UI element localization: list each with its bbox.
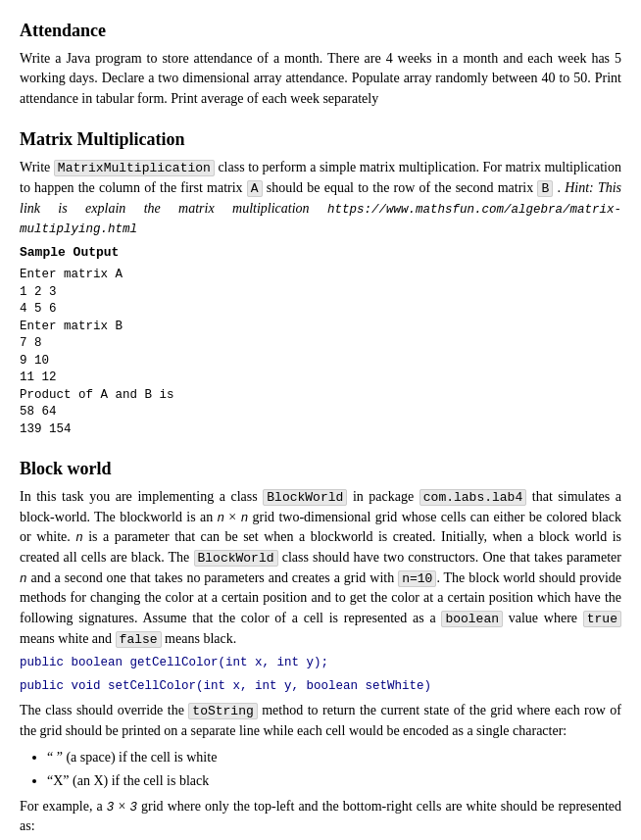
bw-para1-pre: In this task you are implementing a clas… bbox=[20, 489, 263, 504]
matrix-section: Matrix Multiplication Write MatrixMultip… bbox=[20, 126, 621, 438]
bw-three1: 3 bbox=[107, 801, 115, 815]
matrix-A: A bbox=[247, 180, 263, 197]
matrix-line1-end: . bbox=[553, 180, 565, 195]
bw-para1-post9: means black. bbox=[162, 631, 237, 646]
bw-times: × bbox=[118, 799, 125, 814]
bw-para1-mid: in package bbox=[347, 489, 419, 504]
bw-bullets: “ ” (a space) if the cell is white “X” (… bbox=[47, 748, 621, 792]
bw-package: com.labs.lab4 bbox=[419, 489, 526, 506]
bw-tostring-para: The class should override the toString m… bbox=[20, 701, 621, 741]
bw-method2: public void setCellColor(int x, int y, b… bbox=[20, 678, 621, 696]
matrix-B: B bbox=[537, 180, 553, 197]
matrix-description: Write MatrixMultiplication class to perf… bbox=[20, 158, 621, 238]
blockworld-section: Block world In this task you are impleme… bbox=[20, 456, 621, 840]
bw-tostring-kw: toString bbox=[188, 703, 257, 719]
bw-example-para: For example, a 3 × 3 grid where only the… bbox=[20, 797, 621, 837]
blockworld-para1: In this task you are implementing a clas… bbox=[20, 487, 621, 649]
bw-n2: n bbox=[241, 512, 249, 525]
bw-n-param: n bbox=[75, 531, 83, 545]
bw-classname: BlockWorld bbox=[263, 489, 347, 506]
bw-n-param2: n bbox=[20, 572, 27, 586]
bw-true: true bbox=[583, 611, 621, 627]
blockworld-title: Block world bbox=[20, 456, 621, 481]
matrix-code-output: Enter matrix A 1 2 3 4 5 6 Enter matrix … bbox=[20, 267, 621, 438]
bw-classname2: BlockWorld bbox=[194, 550, 278, 567]
bw-example-pre: For example, a bbox=[20, 799, 107, 814]
bw-n1: n bbox=[217, 512, 224, 525]
matrix-write-pre: Write bbox=[20, 160, 54, 174]
sample-output-label: Sample Output bbox=[20, 244, 621, 263]
attendance-title: Attendance bbox=[20, 18, 621, 43]
bw-para1-post7: value where bbox=[503, 611, 583, 625]
matrix-title: Matrix Multiplication bbox=[20, 126, 621, 152]
matrix-classname: MatrixMultiplication bbox=[54, 160, 215, 176]
attendance-section: Attendance Write a Java program to store… bbox=[20, 18, 621, 109]
bw-para1-post5: and a second one that takes no parameter… bbox=[27, 570, 399, 585]
bw-method1: public boolean getCellColor(int x, int y… bbox=[20, 655, 621, 672]
bw-bullet-1: “ ” (a space) if the cell is white bbox=[47, 748, 621, 767]
attendance-description: Write a Java program to store attendance… bbox=[20, 49, 621, 109]
bw-three2: 3 bbox=[129, 801, 137, 815]
bw-para1-post4: class should have two constructors. One … bbox=[278, 550, 621, 565]
bw-bullet-2: “X” (an X) if the cell is black bbox=[47, 771, 621, 791]
bw-x1: × bbox=[228, 510, 236, 524]
bw-n10: n=10 bbox=[398, 570, 436, 587]
bw-boolean: boolean bbox=[441, 611, 503, 627]
bw-false: false bbox=[116, 631, 162, 648]
matrix-line1-mid: should be equal to the row of the second… bbox=[263, 180, 538, 195]
bw-tostring-pre: The class should override the bbox=[20, 703, 188, 717]
bw-para1-post8: means white and bbox=[20, 631, 116, 646]
